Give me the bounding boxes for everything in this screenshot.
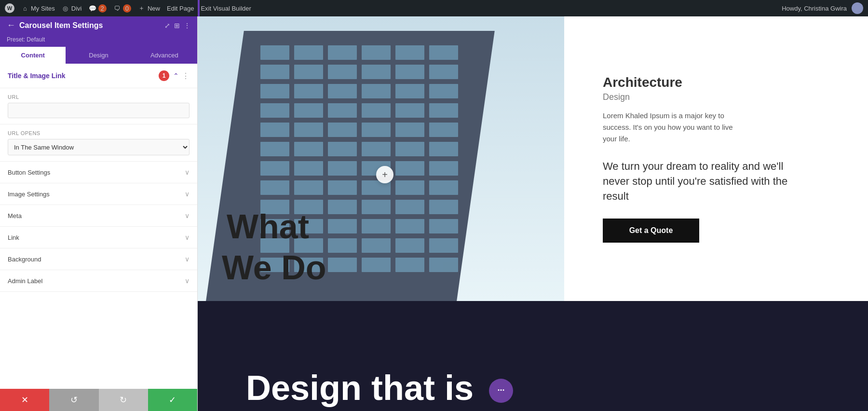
- svg-rect-42: [395, 161, 424, 176]
- svg-rect-35: [362, 142, 391, 156]
- svg-rect-22: [328, 103, 357, 118]
- svg-rect-24: [395, 103, 424, 118]
- svg-rect-3: [294, 45, 323, 60]
- svg-rect-38: [260, 161, 289, 176]
- my-sites-link[interactable]: ⌂ My Sites: [21, 4, 55, 12]
- admin-bar: W ⌂ My Sites ◎ Divi 💬 2 🗨 0 ＋ New Edit P…: [0, 0, 868, 16]
- svg-rect-44: [260, 180, 289, 195]
- svg-rect-59: [362, 219, 391, 233]
- svg-rect-17: [362, 84, 391, 98]
- svg-rect-70: [328, 258, 357, 272]
- bubble-icon: 💬: [89, 4, 96, 12]
- get-quote-button[interactable]: Get a Quote: [603, 219, 699, 243]
- svg-rect-8: [260, 65, 289, 79]
- svg-rect-9: [294, 65, 323, 79]
- svg-rect-27: [294, 123, 323, 137]
- divi-link[interactable]: ◎ Divi: [62, 4, 82, 12]
- add-element-button[interactable]: +: [376, 166, 393, 183]
- comments-link[interactable]: 💬 2: [89, 4, 107, 13]
- svg-rect-28: [328, 123, 357, 137]
- url-opens-select[interactable]: In The Same Window In A New Tab: [8, 139, 190, 155]
- svg-rect-53: [362, 200, 391, 214]
- svg-rect-18: [395, 84, 424, 98]
- svg-rect-31: [429, 123, 458, 137]
- user-greeting: Howdy, Christina Gwira: [782, 5, 847, 12]
- svg-rect-64: [328, 238, 357, 253]
- chevron-down-icon-4: ∨: [185, 233, 190, 241]
- svg-rect-10: [328, 65, 357, 79]
- preset-label[interactable]: Preset: Default: [7, 36, 45, 43]
- slide-body: Lorem Khaled Ipsum is a major key to suc…: [603, 110, 738, 145]
- carousel-image: What We Do +: [198, 16, 564, 301]
- edit-page-link[interactable]: Edit Page: [167, 5, 194, 12]
- wordpress-logo[interactable]: W: [5, 3, 14, 13]
- title-image-link-section: Title & Image Link 1 ⌃ ⋮: [0, 64, 197, 88]
- url-input[interactable]: [8, 103, 190, 118]
- image-settings-section: Image Settings ∨: [0, 183, 197, 205]
- panel-body: Title & Image Link 1 ⌃ ⋮ Url Url Opens I…: [0, 64, 197, 389]
- svg-rect-58: [328, 219, 357, 233]
- panel-title: Carousel Item Settings: [19, 21, 161, 30]
- svg-rect-43: [429, 161, 458, 176]
- cancel-button[interactable]: ✕: [0, 389, 49, 411]
- undo-button[interactable]: ↺: [49, 389, 98, 411]
- section-title: Title & Image Link: [8, 72, 159, 80]
- chevron-down-icon: ∨: [185, 168, 190, 176]
- collapse-icon[interactable]: ⌃: [173, 72, 179, 80]
- svg-rect-14: [260, 84, 289, 98]
- tab-content[interactable]: Content: [0, 47, 66, 64]
- confirm-button[interactable]: ✓: [148, 389, 197, 411]
- emoji-bubble: ···: [489, 379, 513, 403]
- svg-rect-30: [395, 123, 424, 137]
- svg-rect-40: [328, 161, 357, 176]
- tab-advanced[interactable]: Advanced: [132, 47, 197, 64]
- svg-rect-4: [328, 45, 357, 60]
- svg-text:We Do: We Do: [222, 249, 326, 287]
- svg-rect-49: [429, 180, 458, 195]
- slide-category: Architecture: [603, 75, 738, 90]
- dark-section: Design that is ···: [198, 301, 868, 411]
- exit-vb-link[interactable]: Exit Visual Builder: [201, 5, 251, 12]
- svg-rect-13: [429, 65, 458, 79]
- svg-rect-12: [395, 65, 424, 79]
- svg-rect-6: [395, 45, 424, 60]
- svg-rect-5: [362, 45, 391, 60]
- svg-rect-67: [429, 238, 458, 253]
- link-label: Link: [8, 234, 185, 241]
- svg-rect-71: [362, 258, 391, 272]
- svg-rect-32: [260, 142, 289, 156]
- user-avatar[interactable]: [852, 2, 863, 14]
- carousel-slide: What We Do + Architecture Design Lorem K…: [198, 16, 868, 301]
- new-content-link[interactable]: ＋ New: [138, 4, 160, 12]
- tab-design[interactable]: Design: [66, 47, 131, 64]
- meta-label: Meta: [8, 212, 185, 219]
- resize-icon[interactable]: ⤢: [164, 22, 170, 29]
- svg-rect-54: [395, 200, 424, 214]
- comment-count-link[interactable]: 🗨 0: [113, 4, 131, 13]
- svg-rect-34: [328, 142, 357, 156]
- meta-section: Meta ∨: [0, 205, 197, 227]
- divi-icon: ◎: [62, 4, 69, 12]
- grid-icon[interactable]: ⊞: [174, 22, 180, 29]
- svg-rect-61: [429, 219, 458, 233]
- panel-header: ← Carousel Item Settings ⤢ ⊞ ⋮: [0, 16, 197, 34]
- section-menu-icon[interactable]: ⋮: [182, 71, 190, 81]
- svg-rect-29: [362, 123, 391, 137]
- svg-rect-65: [362, 238, 391, 253]
- chevron-down-icon-6: ∨: [185, 277, 190, 285]
- svg-rect-7: [429, 45, 458, 60]
- back-arrow-icon[interactable]: ←: [7, 20, 15, 30]
- svg-rect-48: [395, 180, 424, 195]
- svg-rect-23: [362, 103, 391, 118]
- svg-rect-46: [328, 180, 357, 195]
- settings-panel: ← Carousel Item Settings ⤢ ⊞ ⋮ Preset: D…: [0, 16, 198, 411]
- background-label: Background: [8, 256, 185, 263]
- dark-section-text: Design that is ···: [246, 369, 519, 407]
- svg-rect-55: [429, 200, 458, 214]
- svg-rect-36: [395, 142, 424, 156]
- redo-button[interactable]: ↻: [99, 389, 148, 411]
- panel-tabs: Content Design Advanced: [0, 47, 197, 64]
- more-icon[interactable]: ⋮: [184, 22, 190, 29]
- svg-rect-33: [294, 142, 323, 156]
- svg-rect-16: [328, 84, 357, 98]
